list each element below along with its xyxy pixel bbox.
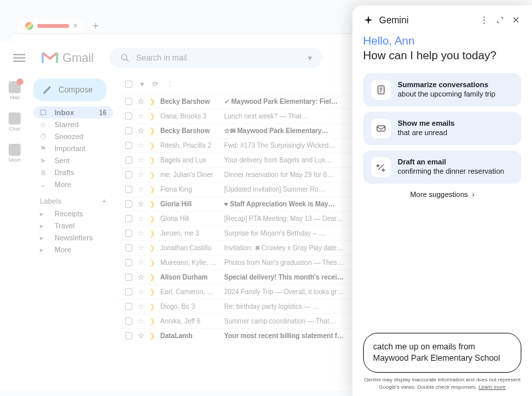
importance-icon[interactable]: ❯ [150,303,155,310]
nav-icon: ⏱ [40,132,48,140]
sidebar-item-more[interactable]: ⌄More [33,178,113,190]
star-icon[interactable]: ☆ [138,214,144,223]
row-checkbox[interactable] [125,274,132,281]
importance-icon[interactable]: ❯ [150,200,155,208]
suggestion-card-1[interactable]: Show me emailsthat are unread [363,112,521,145]
row-checkbox[interactable] [125,230,132,237]
star-icon[interactable]: ☆ [138,229,144,238]
rail-chat[interactable]: Chat [9,112,21,132]
star-icon[interactable]: ☆ [138,112,144,120]
star-icon[interactable]: ☆ [138,170,144,179]
mail-icon [371,118,391,138]
importance-icon[interactable]: ❯ [150,288,155,296]
sidebar-item-inbox[interactable]: ☐Inbox16 [33,106,113,118]
importance-icon[interactable]: ❯ [150,317,155,325]
sender: Earl, Cameron, me 4 [160,288,219,296]
star-icon[interactable]: ☆ [138,200,144,208]
star-icon[interactable]: ☆ [138,244,144,252]
select-all-checkbox[interactable] [125,81,132,88]
doc-icon [371,80,391,100]
importance-icon[interactable]: ❯ [150,274,155,281]
star-icon[interactable]: ☆ [138,97,144,106]
importance-icon[interactable]: ❯ [150,98,155,105]
star-icon[interactable]: ☆ [138,331,144,340]
row-checkbox[interactable] [125,112,132,120]
row-checkbox[interactable] [125,127,132,134]
importance-icon[interactable]: ❯ [150,259,155,266]
suggestion-card-2[interactable]: Draft an emailconfirming the dinner rese… [363,150,521,184]
sidebar-item-drafts[interactable]: 🗎Drafts [33,166,113,178]
star-icon[interactable]: ☆ [138,185,144,194]
sender: Annika, Jeff 6 [160,317,219,325]
row-checkbox[interactable] [125,171,132,178]
suggestion-card-0[interactable]: Summarize conversationsabout the upcomin… [363,73,521,106]
select-dropdown-icon[interactable]: ▾ [140,80,144,89]
row-checkbox[interactable] [125,288,132,296]
gemini-title: Gemini [379,15,408,25]
sender: Jonathan Castillo [160,244,219,252]
rail-meet[interactable]: Meet [9,144,21,163]
chevron-right-icon: › [472,190,475,198]
sidebar-item-sent[interactable]: ➤Sent [33,154,113,166]
wand-icon [371,157,391,177]
sidebar-item-snoozed[interactable]: ⏱Snoozed [33,130,113,142]
importance-icon[interactable]: ❯ [150,244,155,252]
importance-icon[interactable]: ❯ [150,215,155,222]
importance-icon[interactable]: ❯ [150,127,155,134]
star-icon[interactable]: ☆ [138,156,144,164]
nav-icon: ⌄ [40,180,48,188]
row-checkbox[interactable] [125,98,132,105]
sender: Jeroen, me 3 [160,230,219,237]
star-icon[interactable]: ☆ [138,141,144,150]
row-checkbox[interactable] [125,332,132,339]
star-icon[interactable]: ☆ [138,317,144,325]
label-receipts[interactable]: ▸Receipts [33,208,113,220]
close-icon[interactable]: ✕ [511,15,521,25]
row-checkbox[interactable] [125,215,132,222]
learn-more-link[interactable]: Learn more [479,384,506,390]
importance-icon[interactable]: ❯ [150,156,155,164]
expand-icon[interactable] [495,15,505,25]
star-icon[interactable]: ☆ [138,126,144,135]
row-checkbox[interactable] [125,142,132,149]
more-suggestions[interactable]: More suggestions › [363,190,521,198]
label-more[interactable]: ▸More [33,244,113,256]
search-bar[interactable]: Search in mail ▾ [110,48,323,68]
row-checkbox[interactable] [125,259,132,266]
new-tab-button[interactable]: + [87,20,104,32]
importance-icon[interactable]: ❯ [150,230,155,237]
sidebar-item-starred[interactable]: ☆Starred [33,118,113,130]
row-checkbox[interactable] [125,200,132,208]
browser-tab[interactable]: × [19,19,84,33]
sender: me, Julian's Diner [160,171,219,178]
star-icon[interactable]: ☆ [138,258,144,267]
row-checkbox[interactable] [125,186,132,193]
row-checkbox[interactable] [125,244,132,252]
importance-icon[interactable]: ❯ [150,186,155,193]
gemini-input[interactable]: catch me up on emails from Maywood Park … [363,333,521,373]
search-options-icon[interactable]: ▾ [308,53,312,63]
row-checkbox[interactable] [125,303,132,310]
more-options-icon[interactable]: ⋮ [479,15,489,25]
compose-button[interactable]: Compose [33,79,106,101]
importance-icon[interactable]: ❯ [150,112,155,120]
star-icon[interactable]: ☆ [138,302,144,311]
label-newsletters[interactable]: ▸Newsletters [33,232,113,244]
label-travel[interactable]: ▸Travel [33,220,113,232]
gmail-logo: Gmail [41,51,94,65]
importance-icon[interactable]: ❯ [150,142,155,149]
menu-icon[interactable] [13,54,25,62]
add-label-icon[interactable]: + [102,197,106,205]
rail-mail[interactable]: Mail [9,81,21,100]
row-checkbox[interactable] [125,156,132,164]
importance-icon[interactable]: ❯ [150,171,155,178]
star-icon[interactable]: ☆ [138,288,144,296]
importance-icon[interactable]: ❯ [150,332,155,339]
nav-icon: ⚑ [40,144,48,152]
star-icon[interactable]: ☆ [138,273,144,282]
refresh-icon[interactable]: ⟳ [152,80,158,89]
tab-close-icon[interactable]: × [73,21,78,31]
row-checkbox[interactable] [125,317,132,325]
sidebar-item-important[interactable]: ⚑Important [33,142,113,154]
more-icon[interactable]: ⋮ [166,80,174,89]
